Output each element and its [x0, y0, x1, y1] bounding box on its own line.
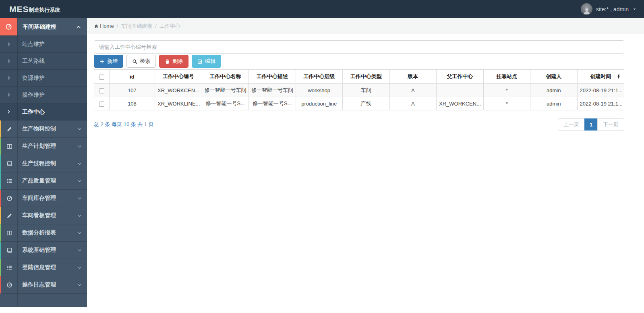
sidebar-item-material-control[interactable]: 生产物料控制 [0, 120, 87, 138]
cell-desc: 修一智能一号S... [249, 97, 296, 110]
cell-station: * [483, 97, 530, 110]
search-button-label: 检索 [140, 58, 150, 65]
book-icon [1, 155, 17, 172]
sidebar-item-label: 操作日志管理 [22, 281, 56, 288]
sidebar-item-kanban-management[interactable]: 车间看板管理 [0, 207, 87, 224]
sidebar-item-process-route[interactable]: 工艺路线 [0, 53, 87, 70]
pin-icon[interactable] [616, 74, 621, 79]
chevron-down-icon [77, 179, 82, 183]
book-icon [1, 242, 17, 259]
cell-id: 108 [110, 97, 155, 110]
search-button[interactable]: 检索 [126, 55, 156, 68]
main-content: 新增 检索 删除 编辑 id 工作中心编号 工作中心名称 工作中心描述 工作中心… [87, 35, 644, 313]
caret-down-icon [632, 7, 637, 11]
next-page-button[interactable]: 下一页 [597, 118, 624, 131]
chevron-down-icon [77, 162, 82, 166]
home-icon [94, 24, 99, 29]
sidebar-submenu: 站点维护 工艺路线 资源维护 操作维护 工作中心 [0, 36, 87, 120]
cell-version: A [389, 97, 437, 110]
chevron-down-icon [77, 214, 82, 218]
user-menu[interactable]: site:* , admin [581, 0, 637, 18]
row-checkbox[interactable] [99, 88, 104, 93]
edit-button-label: 编辑 [205, 58, 215, 65]
cell-created: 2022-08-19 21:1... [577, 84, 624, 97]
breadcrumb-section[interactable]: 车间基础建模 [121, 23, 152, 30]
sidebar-item-station-maintenance[interactable]: 站点维护 [0, 36, 87, 53]
chevron-down-icon [77, 144, 82, 149]
sidebar-item-login-info[interactable]: 登陆信息管理 [0, 259, 87, 276]
record-summary[interactable]: 总 2 条 每页 10 条 共 1 页 [94, 121, 154, 128]
sidebar-item-quality-management[interactable]: 产品质量管理 [0, 172, 87, 190]
submenu-label: 站点维护 [22, 41, 45, 48]
sidebar-item-label: 系统基础管理 [22, 247, 56, 254]
sidebar-item-plan-management[interactable]: 生产计划管理 [0, 138, 87, 155]
table-header-row: id 工作中心编号 工作中心名称 工作中心描述 工作中心层级 工作中心类型 版本… [94, 70, 624, 84]
plus-icon [99, 59, 105, 64]
sidebar-item-process-control[interactable]: 生产过程控制 [0, 155, 87, 172]
cell-created: 2022-08-19 21:1... [577, 97, 624, 110]
edit-button[interactable]: 编辑 [192, 55, 221, 68]
sidebar-item-operation-maintenance[interactable]: 操作维护 [0, 87, 87, 104]
table-row[interactable]: 108 XR_WORKLINE... 修一智能一号S... 修一智能一号S...… [94, 97, 624, 110]
breadcrumb-page: 工作中心 [159, 23, 180, 30]
chevron-right-icon [6, 110, 11, 114]
breadcrumb-separator: / [155, 23, 157, 29]
chevron-down-icon [77, 231, 82, 235]
column-header-id[interactable]: id [110, 70, 155, 84]
cell-type: 产线 [343, 97, 390, 110]
sidebar-item-inventory-management[interactable]: 车间库存管理 [0, 190, 87, 207]
search-icon [132, 59, 137, 64]
column-header-level[interactable]: 工作中心层级 [296, 70, 343, 84]
page-1-button[interactable]: 1 [584, 118, 598, 131]
delete-button[interactable]: 删除 [159, 55, 188, 68]
logo-mes-text: MES [9, 4, 29, 14]
breadcrumb-separator: / [117, 23, 118, 29]
select-all-checkbox[interactable] [99, 75, 104, 80]
cell-level: production_line [296, 97, 343, 110]
column-header-version[interactable]: 版本 [389, 70, 437, 84]
user-avatar[interactable] [581, 3, 592, 15]
column-header-parent[interactable]: 父工作中心 [437, 70, 484, 84]
add-button[interactable]: 新增 [94, 55, 123, 68]
cell-creator: admin [530, 84, 578, 97]
column-header-created-label[interactable]: 创建时间 [590, 73, 611, 79]
cell-parent [437, 84, 484, 97]
sidebar-item-operation-logs[interactable]: 操作日志管理 [0, 276, 87, 294]
sidebar-item-workshop-modeling[interactable]: 车间基础建模 [0, 18, 87, 36]
delete-button-label: 删除 [172, 58, 183, 65]
table-footer: 总 2 条 每页 10 条 共 1 页 上一页 1 下一页 [94, 118, 624, 131]
column-header-code[interactable]: 工作中心编号 [155, 70, 202, 84]
cell-version: A [389, 84, 437, 97]
column-header-creator[interactable]: 创建人 [530, 70, 578, 84]
cell-creator: admin [530, 97, 578, 110]
sidebar-item-label: 车间库存管理 [22, 195, 56, 202]
column-header-created: 创建时间 [577, 70, 624, 84]
sidebar-item-label: 数据分析报表 [22, 229, 56, 236]
chevron-right-icon [6, 93, 11, 97]
table-row[interactable]: 107 XR_WORKCEN... 修一智能一号车间 修一智能一号车间 work… [94, 84, 624, 97]
column-header-name[interactable]: 工作中心名称 [202, 70, 249, 84]
column-header-type[interactable]: 工作中心类型 [343, 70, 390, 84]
sidebar-item-system-management[interactable]: 系统基础管理 [0, 242, 87, 259]
submenu-label: 资源维护 [22, 75, 45, 82]
cell-id: 107 [110, 84, 155, 97]
chevron-down-icon [77, 127, 82, 131]
work-center-search-input[interactable] [94, 40, 624, 54]
submenu-label: 工艺路线 [22, 58, 45, 65]
chevron-down-icon [77, 283, 82, 287]
column-header-station[interactable]: 挂靠站点 [483, 70, 530, 84]
chevron-up-icon [76, 25, 81, 29]
column-header-desc[interactable]: 工作中心描述 [249, 70, 296, 84]
chevron-down-icon [77, 196, 82, 201]
prev-page-button[interactable]: 上一页 [558, 118, 585, 131]
sidebar-item-work-center[interactable]: 工作中心 [0, 104, 87, 120]
columns-icon [1, 138, 17, 155]
trash-icon [165, 59, 170, 64]
sidebar-item-label: 车间看板管理 [22, 212, 56, 219]
sidebar-item-analytics-reports[interactable]: 数据分析报表 [0, 224, 87, 242]
breadcrumb: Home / 车间基础建模 / 工作中心 [87, 18, 644, 34]
sidebar-item-label: 产品质量管理 [22, 177, 56, 184]
breadcrumb-home[interactable]: Home [100, 23, 114, 29]
row-checkbox[interactable] [99, 102, 104, 107]
sidebar-item-resource-maintenance[interactable]: 资源维护 [0, 70, 87, 87]
